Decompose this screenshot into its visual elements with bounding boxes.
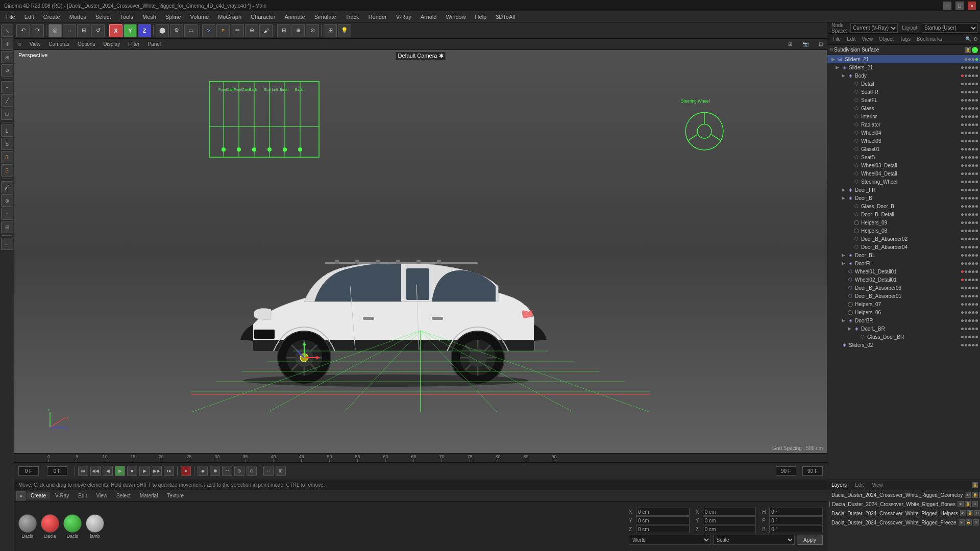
layer-item-0[interactable]: Dacia_Duster_2024_Crossover_White_Rigged… (827, 490, 980, 499)
node-space-dropdown[interactable]: Current (V-Ray) Standard (850, 23, 898, 33)
tree-item-steering-wheel[interactable]: ▶ ⬡ Steering_Wheel (827, 178, 980, 186)
tree-item-radiator[interactable]: ▶ ⬡ Radiator (827, 120, 980, 129)
display-tab[interactable]: Options (78, 41, 95, 47)
tool-edges[interactable]: ╱ (1, 94, 13, 107)
motion2-button[interactable]: ⊕ (234, 466, 244, 476)
tree-item-door-b-absorber01[interactable]: ▶ ⬡ Door_B_Absorber01 (827, 292, 980, 300)
y-pos-input[interactable] (636, 516, 690, 524)
vray-tab[interactable]: V-Ray (51, 492, 73, 499)
layer-icon-lock-2[interactable]: 🔒 (967, 510, 973, 516)
h-input[interactable] (769, 508, 823, 516)
tree-item-detail[interactable]: ▶ ⬡ Detail (827, 80, 980, 88)
menu-item-select[interactable]: Select (91, 13, 115, 21)
z-size-input[interactable] (703, 525, 756, 533)
material-swatch-1[interactable]: Dacia (18, 514, 37, 539)
go-start-button[interactable]: ⏮ (78, 466, 88, 476)
stop-button[interactable]: ■ (127, 466, 137, 476)
tree-item-door-b-absorber03[interactable]: ▶ ⬡ Door_B_Absorber03 (827, 284, 980, 292)
tool-rotate[interactable]: ↺ (1, 64, 13, 77)
menu-item-window[interactable]: Window (442, 13, 470, 21)
rp-bookmarks[interactable]: Bookmarks (914, 36, 945, 42)
menu-item-volume[interactable]: Volume (186, 13, 213, 21)
tree-item-door-b-detail[interactable]: ▶ ⬡ Door_B_Detail (827, 210, 980, 218)
window-controls[interactable]: ─ □ ✕ (943, 2, 976, 10)
rp-file[interactable]: File (829, 36, 844, 42)
tool-poly[interactable]: □ (1, 108, 13, 120)
tree-item-helpers-09[interactable]: ▶ ◯ Helpers_09 (827, 218, 980, 227)
play-button[interactable]: ▶ (115, 466, 125, 476)
viewport-camera[interactable]: 📷 (802, 41, 808, 47)
tool-points[interactable]: • (1, 81, 13, 93)
x-axis-button[interactable]: X (109, 24, 122, 37)
options-tab[interactable]: Cameras (48, 41, 69, 47)
undo-button[interactable]: ↶ (16, 24, 30, 37)
tree-item-body[interactable]: ▶ ◈ Body (827, 71, 980, 80)
filter-tab[interactable]: Display (103, 41, 120, 47)
close-button[interactable]: ✕ (968, 2, 976, 10)
next-key-button[interactable]: ▶▶ (152, 466, 162, 476)
apply-button[interactable]: Apply (797, 535, 823, 545)
tree-item-helpers-08[interactable]: ▶ ◯ Helpers_08 (827, 227, 980, 235)
end-frame-input[interactable] (776, 466, 796, 475)
record-button[interactable]: ● (181, 466, 191, 476)
paint-tool[interactable]: 🖌 (259, 24, 273, 37)
tree-item-interior[interactable]: ▶ ⬡ Interior (827, 112, 980, 120)
tree-item-glass01[interactable]: ▶ ⬡ Glass01 (827, 145, 980, 153)
p-input[interactable] (769, 516, 823, 524)
tree-item-wheel03-detail[interactable]: ▶ ⬡ Wheel03_Detail (827, 161, 980, 169)
move-tool-button[interactable]: ↔ (63, 24, 76, 37)
tool-s2[interactable]: S (1, 151, 13, 163)
b-input[interactable] (769, 525, 823, 533)
tree-item-sliders-21[interactable]: ▶ ◈ Sliders_21 (827, 63, 980, 71)
menu-item-render[interactable]: Render (364, 13, 391, 21)
menu-item-spline[interactable]: Spline (161, 13, 185, 21)
prev-frame-button[interactable]: ◀ (103, 466, 113, 476)
rp-settings-icon[interactable]: ⚙ (973, 36, 978, 42)
layer-item-1[interactable]: Dacia_Duster_2024_Crossover_White_Rigged… (827, 499, 980, 509)
layer-icon-vis-0[interactable]: 👁 (965, 492, 971, 498)
view-tab-bp[interactable]: View (92, 492, 111, 499)
tree-item-wheel02-detail01[interactable]: ▶ ⬡ Wheel02_Detail01 (827, 276, 980, 284)
material-tab[interactable]: Material (136, 492, 162, 499)
start-frame-input[interactable] (47, 466, 67, 475)
y-size-input[interactable] (703, 516, 756, 524)
layer-item-3[interactable]: Dacia_Duster_2024_Crossover_White_Rigged… (827, 518, 980, 527)
menu-item-track[interactable]: Track (341, 13, 363, 21)
tree-item-doorfl[interactable]: ▶ ◈ DoorFL (827, 259, 980, 267)
x-pos-input[interactable] (636, 508, 690, 516)
menu-item-help[interactable]: Help (471, 13, 491, 21)
layer-icon-vis-3[interactable]: 👁 (959, 519, 965, 525)
menu-item-create[interactable]: Create (39, 13, 64, 21)
panel2-tab[interactable]: Panel (148, 41, 161, 47)
tree-item-glass-door-b[interactable]: ▶ ⬡ Glass_Door_B (827, 202, 980, 210)
menu-item-v-ray[interactable]: V-Ray (392, 13, 415, 21)
timeline-mode2[interactable]: ⊞ (276, 466, 286, 476)
create-tab[interactable]: Create (27, 492, 50, 499)
menu-item-modes[interactable]: Modes (65, 13, 90, 21)
tree-item-wheel04[interactable]: ▶ ⬡ Wheel04 (827, 129, 980, 137)
tree-item-seatfr[interactable]: ▶ ⬡ SeatFR (827, 88, 980, 96)
layout-dropdown[interactable]: Startup (User) (922, 23, 978, 33)
edit-tab[interactable]: Edit (74, 492, 91, 499)
scale-tool-button[interactable]: ⊞ (77, 24, 90, 37)
x-size-input[interactable] (703, 508, 756, 516)
motion3-button[interactable]: ⊙ (247, 466, 257, 476)
tree-item-wheel04-detail[interactable]: ▶ ⬡ Wheel04_Detail (827, 169, 980, 178)
tool-scale[interactable]: ⊞ (1, 51, 13, 63)
current-frame-input[interactable] (18, 466, 39, 475)
axis-button[interactable]: ⊕ (291, 24, 305, 37)
tree-item-door-b-absorber04[interactable]: ▶ ⬡ Door_B_Absorber04 (827, 243, 980, 251)
tool-magnet[interactable]: ⊕ (1, 194, 13, 207)
tool-layers[interactable]: ≡ (1, 208, 13, 220)
menu-item-tools[interactable]: Tools (116, 13, 137, 21)
next-frame-button[interactable]: ▶ (139, 466, 150, 476)
magnet-tool[interactable]: ⊕ (245, 24, 258, 37)
tree-item-door-b-absorber02[interactable]: ▶ ⬡ Door_B_Absorber02 (827, 235, 980, 243)
material-swatch-4[interactable]: lamb (86, 514, 104, 539)
cameras-tab[interactable]: View (30, 41, 41, 47)
tree-item-door-bl[interactable]: ▶ ◈ Door_BL (827, 251, 980, 259)
y-axis-button[interactable]: Y (124, 24, 137, 37)
tree-item-sliders-21[interactable]: ▶ ⊟ Sliders_21 (827, 55, 980, 63)
select-tab[interactable]: Select (112, 492, 135, 499)
tool-move[interactable]: ✛ (1, 38, 13, 50)
